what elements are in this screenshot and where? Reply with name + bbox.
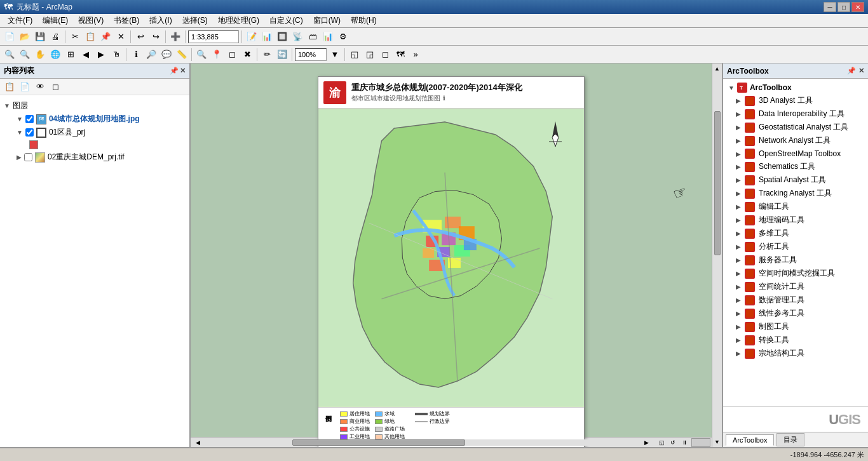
identify-button[interactable]: 🔎 (144, 48, 158, 62)
toolbox-item-18[interactable]: ▶ 转换工具 (723, 333, 868, 347)
menu-select[interactable]: 选择(S) (177, 14, 213, 27)
toolbox-item-9[interactable]: ▶ 地理编码工具 (723, 213, 868, 227)
zoom-dropdown-button[interactable]: ▼ (328, 48, 342, 62)
info-button[interactable]: ℹ (129, 48, 143, 62)
menu-file[interactable]: 文件(F) (3, 14, 37, 27)
map-body[interactable] (318, 109, 584, 407)
redo-button[interactable]: ↪ (149, 30, 163, 44)
tb-btn11[interactable]: ⚙ (336, 30, 350, 44)
list-by-visibility[interactable]: 👁 (33, 80, 47, 94)
delete-button[interactable]: ✕ (114, 30, 128, 44)
edit-vertices-button[interactable]: ✏ (260, 48, 274, 62)
new-button[interactable]: 📄 (3, 30, 17, 44)
menu-bookmarks[interactable]: 书签(B) (109, 14, 144, 27)
layer1-checkbox[interactable] (25, 115, 34, 123)
toolbox-tab-catalog[interactable]: 目录 (776, 433, 804, 446)
toolbox-item-2[interactable]: ▶ Geostatistical Analyst 工具 (723, 121, 868, 134)
toolbox-item-7[interactable]: ▶ Tracking Analyst 工具 (723, 187, 868, 200)
page-layout-btn1[interactable]: ◱ (656, 437, 667, 448)
scroll-right-button[interactable]: ▶ (639, 436, 653, 448)
close-button[interactable]: ✕ (851, 2, 864, 12)
layer-item-3[interactable]: ▶ 02重庆主城DEM_prj.tif (4, 150, 186, 164)
toolbox-item-3[interactable]: ▶ Network Analyst 工具 (723, 134, 868, 147)
undo-button[interactable]: ↩ (133, 30, 147, 44)
menu-help[interactable]: 帮助(H) (346, 14, 382, 27)
pin-button[interactable]: 📌 (170, 67, 179, 75)
scroll-up-button[interactable]: ▲ (712, 63, 722, 74)
toolbox-item-15[interactable]: ▶ 数据管理工具 (723, 293, 868, 307)
more-tools-button[interactable]: » (409, 48, 423, 62)
open-button[interactable]: 📂 (18, 30, 32, 44)
layer-item-1[interactable]: ▼ 🗺 04城市总体规划用地图.jpg (4, 112, 186, 126)
toolbox-tab-arctoolbox[interactable]: ArcToolbox (726, 434, 774, 446)
layout-btn1[interactable]: ◱ (348, 48, 362, 62)
layer3-checkbox[interactable] (24, 153, 32, 161)
full-extent-button[interactable]: ⊞ (64, 48, 78, 62)
scale-input[interactable] (188, 30, 239, 43)
find-button[interactable]: 🔍 (194, 48, 208, 62)
prev-extent-button[interactable]: ◀ (79, 48, 93, 62)
menu-insert[interactable]: 插入(I) (144, 14, 177, 27)
toolbox-pin-button[interactable]: 📌 (847, 67, 856, 75)
toolbox-close-button[interactable]: ✕ (858, 67, 864, 75)
adddata-button[interactable]: ➕ (168, 30, 182, 44)
cut-button[interactable]: ✂ (68, 30, 82, 44)
tb-btn7[interactable]: 🔲 (275, 30, 289, 44)
layer2-checkbox[interactable] (25, 128, 34, 137)
toolbox-item-12[interactable]: ▶ 服务器工具 (723, 253, 868, 267)
rotate-button[interactable]: 🔄 (275, 48, 289, 62)
select-button[interactable]: 🖱 (109, 48, 123, 62)
toolbox-item-0[interactable]: ▶ 3D Analyst 工具 (723, 94, 868, 107)
tb-btn9[interactable]: 🗃 (306, 30, 320, 44)
toolbox-item-4[interactable]: ▶ OpenStreetMap Toolbox (723, 147, 868, 160)
save-button[interactable]: 💾 (33, 30, 47, 44)
scroll-left-button[interactable]: ◀ (191, 436, 205, 448)
scroll-thumb-v[interactable] (714, 111, 721, 255)
select-features-button[interactable]: ◻ (225, 48, 239, 62)
toolbox-item-10[interactable]: ▶ 多维工具 (723, 227, 868, 240)
panel-close-button[interactable]: ✕ (180, 67, 186, 75)
layout-btn3[interactable]: ◻ (378, 48, 392, 62)
clear-selection-button[interactable]: ✖ (240, 48, 254, 62)
layout-btn4[interactable]: 🗺 (393, 48, 407, 62)
list-by-source[interactable]: 📄 (18, 80, 32, 94)
toolbox-item-17[interactable]: ▶ 制图工具 (723, 320, 868, 333)
scroll-track-h[interactable] (206, 439, 638, 446)
tb-btn10[interactable]: 📊 (321, 30, 335, 44)
list-by-selection[interactable]: ◻ (48, 80, 62, 94)
copy-button[interactable]: 📋 (83, 30, 97, 44)
pan-button[interactable]: ✋ (33, 48, 47, 62)
zoom-input[interactable] (295, 48, 327, 61)
goto-xy-button[interactable]: 📍 (210, 48, 224, 62)
layer-item-2[interactable]: ▼ 01区县_prj (4, 126, 186, 139)
next-extent-button[interactable]: ▶ (94, 48, 108, 62)
map-scroll-vertical[interactable]: ▲ ▼ (712, 63, 722, 447)
measure-button[interactable]: 📏 (175, 48, 189, 62)
maptips-button[interactable]: 💬 (159, 48, 173, 62)
toolbox-item-5[interactable]: ▶ Schematics 工具 (723, 160, 868, 173)
tb-btn8[interactable]: 📡 (290, 30, 304, 44)
toolbox-item-6[interactable]: ▶ Spatial Analyst 工具 (723, 173, 868, 187)
toolbox-root[interactable]: ▼ T ArcToolbox (723, 81, 868, 94)
zoom-in-button[interactable]: 🔍 (3, 48, 17, 62)
menu-edit[interactable]: 编辑(E) (37, 14, 73, 27)
layers-header[interactable]: ▼ 图层 (4, 99, 186, 112)
editor-button[interactable]: 📝 (245, 30, 259, 44)
minimize-button[interactable]: ─ (824, 2, 836, 12)
toolbox-item-14[interactable]: ▶ 空间统计工具 (723, 280, 868, 293)
toolbox-item-19[interactable]: ▶ 宗地结构工具 (723, 347, 868, 360)
toolbox-item-1[interactable]: ▶ Data Interoperability 工具 (723, 107, 868, 121)
print-button[interactable]: 🖨 (48, 30, 62, 44)
toolbox-item-11[interactable]: ▶ 分析工具 (723, 240, 868, 253)
tb-btn6[interactable]: 📊 (260, 30, 274, 44)
scroll-track-v[interactable] (714, 75, 721, 436)
map-canvas[interactable]: ☞ 渝 重庆市城乡总体规划(2007-2020年)2014年深化 都市区城市建设… (191, 63, 712, 437)
globe-button[interactable]: 🌐 (48, 48, 62, 62)
menu-geoprocessing[interactable]: 地理处理(G) (213, 14, 264, 27)
page-layout-btn3[interactable]: ⏸ (679, 437, 690, 448)
toolbox-item-13[interactable]: ▶ 空间时间模式挖掘工具 (723, 267, 868, 280)
zoom-out-button[interactable]: 🔍 (18, 48, 32, 62)
list-by-drawing-order[interactable]: 📋 (3, 80, 17, 94)
toolbox-item-8[interactable]: ▶ 编辑工具 (723, 200, 868, 213)
page-layout-btn2[interactable]: ↺ (667, 437, 679, 448)
